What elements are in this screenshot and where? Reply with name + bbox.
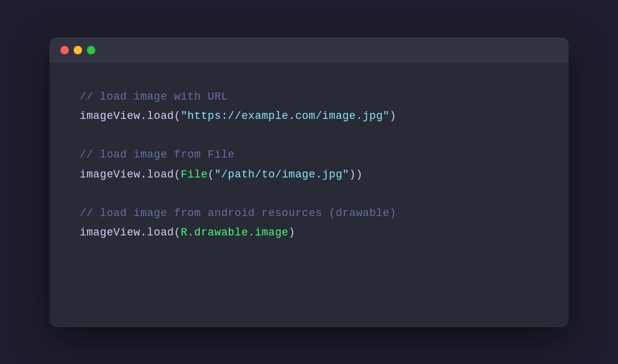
code-line-1: imageView.load("https://example.com/imag…: [80, 106, 538, 126]
code-close-2: )): [349, 168, 363, 180]
code-prefix-2: imageView.load(: [80, 168, 180, 180]
code-paren-2: (: [208, 168, 214, 180]
titlebar: [49, 37, 569, 63]
comment-2: // load image from File: [80, 145, 538, 164]
maximize-button[interactable]: [87, 46, 95, 54]
comment-1: // load image with URL: [80, 87, 538, 106]
code-area: // load image with URL imageView.load("h…: [49, 63, 569, 267]
code-block-1: // load image with URL imageView.load("h…: [80, 87, 538, 126]
code-prefix-1: imageView.load(: [80, 110, 180, 122]
code-string-2: "/path/to/image.jpg": [214, 168, 349, 180]
code-line-2: imageView.load(File("/path/to/image.jpg"…: [80, 165, 538, 184]
comment-3: // load image from android resources (dr…: [80, 203, 538, 223]
code-line-3: imageView.load(R.drawable.image): [80, 223, 538, 242]
code-suffix-3: ): [288, 226, 295, 238]
code-prefix-3: imageView.load(: [80, 226, 180, 238]
minimize-button[interactable]: [74, 46, 82, 54]
code-ref-3: R.drawable.image: [180, 226, 288, 238]
code-class-2: File: [180, 168, 208, 180]
code-suffix-1: ): [389, 110, 396, 122]
code-block-2: // load image from File imageView.load(F…: [80, 145, 538, 184]
code-window: // load image with URL imageView.load("h…: [49, 37, 569, 327]
code-string-1: "https://example.com/image.jpg": [180, 110, 389, 122]
code-block-3: // load image from android resources (dr…: [80, 203, 538, 243]
close-button[interactable]: [60, 46, 69, 54]
